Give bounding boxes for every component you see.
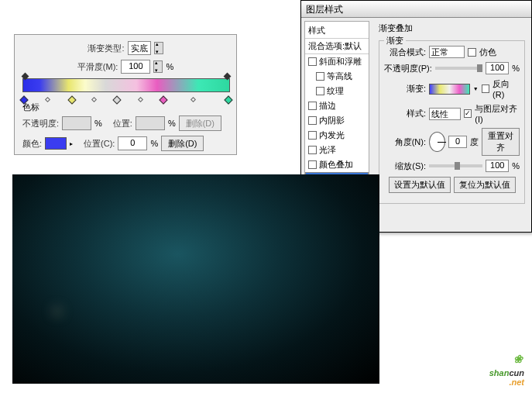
delete-color-stop-button[interactable]: 删除(D)	[161, 136, 204, 151]
smoothness-label: 平滑度(M):	[77, 61, 118, 73]
watermark-logo: ❀ shancun .net	[489, 359, 524, 387]
list-header-styles[interactable]: 样式	[305, 23, 369, 39]
stop-pos2-input[interactable]: 0	[118, 136, 147, 150]
gradient-dropdown-icon[interactable]: ▼	[473, 86, 479, 91]
effect-item[interactable]: 斜面和浮雕	[305, 54, 369, 69]
reverse-checkbox[interactable]	[482, 84, 489, 93]
gradient-type-select[interactable]: 实底	[128, 41, 151, 55]
blend-mode-label: 混合模式:	[384, 47, 426, 58]
effect-item[interactable]: 光泽	[305, 143, 369, 157]
gradient-label: 渐变:	[384, 83, 426, 95]
angle-dial[interactable]	[429, 132, 445, 152]
align-checkbox[interactable]	[464, 109, 472, 118]
stop-pos1-label: 位置:	[113, 118, 132, 129]
reset-alignment-button[interactable]: 重置对齐	[482, 128, 520, 156]
style-select[interactable]: 线性	[429, 108, 461, 120]
angle-label: 角度(N):	[384, 136, 426, 148]
effect-label: 颜色叠加	[319, 159, 353, 171]
scale-label: 缩放(S):	[384, 160, 426, 172]
effect-item[interactable]: 描边	[305, 98, 369, 113]
scale-slider[interactable]	[429, 164, 482, 167]
dither-label: 仿色	[479, 47, 496, 58]
effect-item[interactable]: 内阴影	[305, 113, 369, 128]
gradient-strip[interactable]	[22, 78, 230, 92]
stops-section-label: 色标	[22, 102, 228, 113]
gradient-editor-panel: 渐变类型: 实底 平滑度(M): 100 % 色标 不透明度: % 位置: % …	[14, 34, 237, 155]
stop-opacity-input	[62, 116, 91, 130]
stop-opacity-unit: %	[94, 119, 102, 128]
effect-checkbox[interactable]	[316, 87, 324, 95]
color-dropdown-icon[interactable]: ▸	[70, 140, 73, 147]
effect-preview-image: ifeiwu	[12, 174, 379, 384]
blend-mode-select[interactable]: 正常	[429, 46, 465, 58]
reverse-label: 反向(R)	[493, 78, 520, 99]
effect-checkbox[interactable]	[316, 72, 324, 81]
gradient-overlay-panel: 渐变叠加 渐变 混合模式: 正常 仿色 不透明度(P): 100 % 渐变:	[372, 18, 531, 232]
panel-header: 渐变叠加	[379, 22, 525, 34]
stop-pos1-unit: %	[168, 119, 176, 128]
angle-unit: 度	[470, 136, 479, 148]
dither-checkbox[interactable]	[468, 48, 476, 57]
stop-opacity-label: 不透明度:	[22, 118, 59, 129]
effect-checkbox[interactable]	[308, 160, 317, 169]
gradient-type-stepper[interactable]	[154, 42, 163, 54]
delete-opacity-stop-button: 删除(D)	[179, 115, 221, 131]
stop-pos2-label: 位置(C):	[84, 138, 115, 150]
effect-checkbox[interactable]	[308, 131, 317, 140]
list-header-blend[interactable]: 混合选项:默认	[305, 39, 369, 54]
gradient-type-label: 渐变类型:	[88, 43, 124, 54]
scale-input[interactable]: 100	[486, 160, 509, 172]
effect-checkbox[interactable]	[308, 57, 317, 66]
smoothness-stepper[interactable]	[153, 60, 163, 73]
preview-text: ifeiwu	[54, 243, 56, 332]
opacity-slider[interactable]	[435, 67, 482, 70]
dialog-title: 图层样式	[301, 1, 531, 18]
stop-pos2-unit: %	[150, 139, 158, 148]
leaf-icon: ❀	[513, 353, 523, 365]
overlay-opacity-input[interactable]: 100	[486, 62, 509, 74]
overlay-opacity-unit: %	[512, 64, 520, 73]
effect-label: 纹理	[327, 85, 344, 97]
make-default-button[interactable]: 设置为默认值	[389, 177, 451, 193]
effect-checkbox[interactable]	[308, 146, 317, 154]
smoothness-input[interactable]: 100	[121, 60, 150, 74]
logo-part2: cun	[509, 368, 524, 377]
effect-label: 描边	[319, 100, 336, 112]
reset-default-button[interactable]: 复位为默认值	[454, 177, 516, 193]
effect-label: 内发光	[319, 129, 345, 141]
effect-label: 等高线	[327, 71, 352, 82]
gradient-bar[interactable]	[22, 78, 230, 98]
gradient-preview[interactable]	[429, 84, 470, 95]
effect-item[interactable]: 等高线	[305, 69, 369, 84]
align-label: 与图层对齐(I)	[475, 103, 520, 124]
effect-item[interactable]: 内发光	[305, 128, 369, 143]
overlay-opacity-label: 不透明度(P):	[384, 63, 432, 74]
angle-input[interactable]: 0	[448, 136, 467, 148]
logo-net: .net	[489, 377, 524, 387]
effect-item[interactable]: 颜色叠加	[305, 157, 369, 172]
effect-checkbox[interactable]	[308, 116, 317, 125]
logo-part1: shan	[489, 368, 510, 377]
style-label: 样式:	[384, 108, 426, 119]
effect-checkbox[interactable]	[308, 102, 317, 110]
effect-item[interactable]: 纹理	[305, 84, 369, 98]
scale-unit: %	[512, 161, 520, 171]
effect-label: 内阴影	[319, 115, 345, 126]
smoothness-unit: %	[166, 62, 173, 71]
group-label: 渐变	[384, 35, 406, 47]
stop-color-label: 颜色:	[22, 138, 42, 150]
color-swatch[interactable]	[45, 137, 67, 150]
effect-label: 光泽	[319, 144, 336, 156]
stop-pos1-input	[136, 116, 165, 130]
effect-label: 斜面和浮雕	[319, 56, 362, 67]
